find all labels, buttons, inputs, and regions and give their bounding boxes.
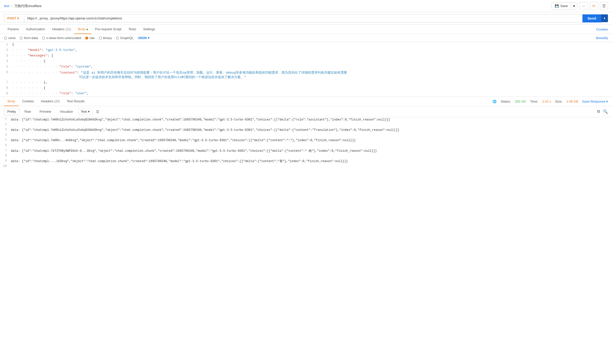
- resp-num-9: 9: [0, 159, 9, 163]
- resp-line-6: 6: [0, 143, 612, 148]
- chat-icon-button[interactable]: ☰: [600, 2, 608, 10]
- save-response-label: Save Response: [582, 100, 605, 103]
- body-label: Body: [78, 27, 85, 31]
- line-content-6: · · · · · · · · · · · · "content": "这是 a…: [10, 70, 612, 80]
- resp-tab-test-results[interactable]: Test Results: [63, 97, 88, 106]
- send-main-button[interactable]: Send: [583, 14, 601, 22]
- response-action-icons: ⧉ 🔍: [597, 109, 608, 114]
- resp-content-5: data: {"id":"chatcmpl-7eKRo...4kDkvg","o…: [9, 138, 612, 143]
- graphql-label: GraphQL: [120, 36, 134, 40]
- save-button-group[interactable]: 💾 Save ▾: [552, 2, 577, 10]
- resp-line-7: 7 data: {"id":"chatcmpl-7eT3TH0ySWFD3vh-…: [0, 148, 612, 154]
- resp-tab-body[interactable]: Body: [4, 97, 19, 106]
- tab-tests[interactable]: Tests: [125, 25, 140, 34]
- status-value: 200 OK: [515, 100, 526, 103]
- resp-num-4: 4: [0, 133, 9, 137]
- resp-num-2: 2: [0, 123, 9, 126]
- resp-line-5: 5 data: {"id":"chatcmpl-7eKRo...4kDkvg",…: [0, 138, 612, 143]
- format-raw[interactable]: raw: [85, 36, 95, 40]
- size-value: 2.96 KB: [566, 100, 578, 103]
- resp-num-10: 10: [0, 164, 9, 168]
- resp-num-5: 5: [0, 138, 9, 142]
- format-binary[interactable]: binary: [99, 36, 112, 40]
- resp-tab-cookies[interactable]: Cookies: [19, 97, 38, 106]
- copy-icon[interactable]: ⧉: [597, 109, 600, 114]
- resp-pretty-button[interactable]: Pretty: [4, 108, 19, 115]
- tab-body[interactable]: Body: [74, 25, 91, 34]
- none-radio: [4, 37, 7, 40]
- method-select[interactable]: POST ▾: [4, 14, 24, 22]
- format-none[interactable]: none: [4, 36, 16, 40]
- cookies-link[interactable]: Cookies: [596, 27, 608, 31]
- send-button-group[interactable]: Send ▾: [583, 14, 608, 22]
- form-data-label: form-data: [24, 36, 38, 40]
- line-content-7: · · · · · · · · },: [10, 80, 612, 85]
- format-graphql[interactable]: GraphQL: [116, 36, 134, 40]
- edit-icon-button[interactable]: ✏: [590, 2, 598, 10]
- time-value: 2.03 s: [542, 100, 551, 103]
- binary-radio: [99, 37, 102, 40]
- line-num-6: 6: [0, 70, 10, 74]
- json-select[interactable]: JSON ▾: [138, 36, 149, 40]
- search-icon[interactable]: 🔍: [603, 109, 608, 114]
- code-line-3: 3 · · · · "messages": [: [0, 53, 612, 59]
- pencil-icon: ✏: [592, 4, 596, 8]
- resp-visualize-button[interactable]: Visualize: [56, 108, 76, 115]
- save-main-button[interactable]: 💾 Save: [552, 3, 571, 9]
- raw-label: raw: [89, 36, 95, 40]
- code-line-7: 7 · · · · · · · · },: [0, 80, 612, 85]
- line-content-9: · · · · · · · · · · · · "role": "user",: [10, 91, 612, 96]
- binary-label: binary: [103, 36, 112, 40]
- resp-preview-button[interactable]: Preview: [36, 108, 54, 115]
- status-label: Status:: [501, 100, 511, 103]
- line-content-4: · · · · · · · · {: [10, 59, 612, 64]
- send-dropdown-button[interactable]: ▾: [601, 14, 608, 22]
- code-line-6: 6 · · · · · · · · · · · · "content": "这是…: [0, 70, 612, 80]
- globe-icon: 🌐: [493, 100, 497, 103]
- urlencoded-label: x-www-form-urlencoded: [46, 36, 81, 40]
- response-status: 🌐 Status: 200 OK Time: 2.03 s Size: 2.96…: [493, 100, 608, 103]
- method-dropdown-icon: ▾: [17, 16, 19, 20]
- response-format-bar: Pretty Raw Preview Visualize Text ▾ ☰ ⧉ …: [0, 106, 612, 117]
- resp-content-3: data: {"id":"chatcmpl-7eKRo1ZchoVskLe5vb…: [9, 128, 612, 133]
- tab-settings[interactable]: Settings: [140, 25, 159, 34]
- line-num-1: 1: [0, 42, 10, 46]
- save-dropdown-button[interactable]: ▾: [571, 3, 577, 9]
- more-options-button[interactable]: ···: [579, 2, 588, 10]
- json-label: JSON: [138, 36, 146, 40]
- resp-line-1: 1 data: {"id":"chatcmpl-7eKRo1ZchoVskLe5…: [0, 117, 612, 123]
- save-response-link[interactable]: Save Response ▾: [582, 100, 608, 103]
- line-content-3: · · · · "messages": [: [10, 53, 612, 58]
- beautify-link[interactable]: Beautify: [596, 36, 608, 40]
- breadcrumb: test / 万能代理cloudflare: [4, 4, 42, 8]
- body-active-indicator: [86, 29, 88, 30]
- format-urlencoded[interactable]: x-www-form-urlencoded: [42, 36, 81, 40]
- header-actions: 💾 Save ▾ ··· ✏ ☰: [552, 2, 608, 10]
- tab-prerequest[interactable]: Pre-request Script: [91, 25, 125, 34]
- breadcrumb-separator: /: [11, 4, 12, 8]
- save-icon: 💾: [555, 4, 559, 8]
- tab-headers[interactable]: Headers(11): [49, 25, 74, 34]
- resp-line-9: 9 data: {"id":"chatcmpl-...1kDkvg","obje…: [0, 159, 612, 164]
- chat-icon: ☰: [602, 4, 606, 8]
- code-line-5: 5 · · · · · · · · · · · · "role": "syste…: [0, 64, 612, 70]
- resp-num-3: 3: [0, 128, 9, 131]
- url-bar: POST ▾ Send ▾: [0, 12, 612, 25]
- line-num-4: 4: [0, 59, 10, 63]
- filter-icon[interactable]: ☰: [96, 110, 99, 114]
- code-editor[interactable]: 1 { 2 · · · · "model": "gpt-3.5-turbo", …: [0, 42, 612, 97]
- resp-text-select[interactable]: Text ▾: [78, 108, 93, 115]
- resp-tab-headers[interactable]: Headers(25): [38, 97, 63, 106]
- raw-radio: [85, 37, 88, 40]
- tab-params[interactable]: Params: [4, 25, 22, 34]
- code-line-1: 1 {: [0, 42, 612, 48]
- resp-num-8: 8: [0, 154, 9, 158]
- tab-authorization[interactable]: Authorization: [22, 25, 49, 34]
- line-num-8: 8: [0, 85, 10, 90]
- format-bar: none form-data x-www-form-urlencoded raw…: [0, 34, 612, 42]
- resp-raw-button[interactable]: Raw: [21, 108, 34, 115]
- url-input[interactable]: [24, 14, 583, 22]
- breadcrumb-test[interactable]: test: [4, 4, 9, 8]
- line-content-5: · · · · · · · · · · · · "role": "system"…: [10, 64, 612, 69]
- format-form-data[interactable]: form-data: [20, 36, 38, 40]
